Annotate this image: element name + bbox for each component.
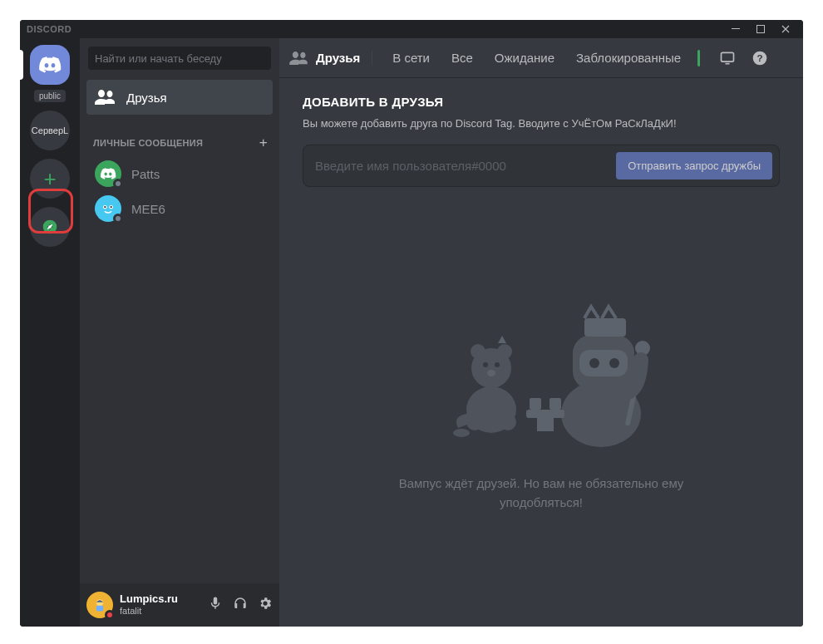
- empty-state: Вампус ждёт друзей. Но вам не обязательн…: [303, 187, 780, 610]
- svg-point-29: [495, 362, 500, 367]
- help-button[interactable]: ?: [747, 50, 773, 66]
- main-content: Друзья В сети Все Ожидание Заблокированн…: [279, 38, 803, 627]
- svg-rect-33: [530, 398, 541, 410]
- new-group-dm-button[interactable]: [713, 50, 742, 66]
- search-placeholder-text: Найти или начать беседу: [95, 52, 222, 65]
- dm-header-text: ЛИЧНЫЕ СООБЩЕНИЯ: [93, 138, 203, 148]
- svg-point-27: [500, 414, 516, 430]
- friends-header: Друзья: [289, 51, 372, 66]
- svg-rect-34: [549, 398, 561, 410]
- dm-item-name: MEE6: [131, 202, 165, 216]
- send-friend-request-button[interactable]: Отправить запрос дружбы: [616, 152, 772, 179]
- friends-nav-item[interactable]: Друзья: [86, 80, 273, 115]
- deafen-button[interactable]: [233, 596, 248, 614]
- add-server-button[interactable]: +: [30, 159, 70, 199]
- svg-rect-32: [537, 416, 554, 431]
- svg-point-7: [111, 206, 112, 208]
- svg-rect-10: [722, 52, 734, 61]
- svg-rect-19: [584, 318, 626, 337]
- find-conversation-button[interactable]: Найти или начать беседу: [88, 47, 271, 70]
- home-button[interactable]: [30, 45, 70, 85]
- dm-item[interactable]: Patts: [86, 157, 273, 190]
- mute-mic-button[interactable]: [208, 596, 223, 614]
- minimize-button[interactable]: [725, 22, 747, 37]
- friends-icon: [95, 89, 115, 106]
- dm-section-header: ЛИЧНЫЕ СООБЩЕНИЯ +: [80, 123, 279, 156]
- svg-text:?: ?: [757, 52, 763, 63]
- headphones-icon: [233, 596, 248, 611]
- server-folder-label[interactable]: public: [34, 90, 66, 102]
- microphone-icon: [208, 596, 223, 611]
- add-friend-subtitle: Вы можете добавить друга по Discord Tag.…: [303, 117, 780, 130]
- add-friend-title: ДОБАВИТЬ В ДРУЗЬЯ: [303, 95, 780, 109]
- discord-avatar-icon: [100, 168, 116, 179]
- dm-item[interactable]: MEE6: [86, 192, 273, 225]
- friends-icon: [289, 51, 308, 66]
- gear-icon: [258, 596, 273, 611]
- user-settings-button[interactable]: [258, 596, 273, 614]
- discord-logo-icon: [38, 57, 62, 73]
- server-item[interactable]: СерверL: [30, 111, 70, 150]
- tab-all[interactable]: Все: [443, 47, 481, 68]
- svg-point-35: [453, 429, 470, 437]
- dm-sidebar: Найти или начать беседу Друзья ЛИЧНЫЕ СО…: [80, 38, 279, 627]
- top-bar: Друзья В сети Все Ожидание Заблокированн…: [279, 38, 803, 78]
- friends-header-label: Друзья: [316, 51, 360, 65]
- server-item-label: СерверL: [32, 125, 68, 135]
- svg-rect-11: [726, 62, 730, 64]
- user-panel: Lumpics.ru fatalit: [80, 583, 279, 627]
- avatar: [95, 195, 121, 222]
- explore-button[interactable]: [30, 207, 70, 247]
- avatar: [95, 160, 121, 187]
- status-dnd-icon: [105, 610, 115, 620]
- tab-online[interactable]: В сети: [384, 47, 438, 68]
- current-user-status: fatalit: [120, 606, 201, 617]
- current-user-avatar[interactable]: [86, 592, 113, 618]
- compass-icon: [42, 219, 58, 235]
- server-rail: public СерверL +: [20, 38, 80, 627]
- tab-blocked[interactable]: Заблокированные: [568, 47, 689, 68]
- status-offline-icon: [113, 214, 123, 224]
- add-friend-input[interactable]: [315, 159, 616, 173]
- svg-point-30: [487, 370, 495, 376]
- tab-pending[interactable]: Ожидание: [486, 47, 563, 68]
- svg-rect-0: [732, 28, 740, 29]
- status-offline-icon: [113, 179, 123, 189]
- svg-rect-16: [579, 350, 628, 376]
- svg-point-28: [483, 362, 488, 367]
- titlebar: DISCORD: [20, 20, 803, 38]
- empty-state-text: Вампус ждёт друзей. Но вам не обязательн…: [367, 474, 716, 512]
- dm-item-name: Patts: [131, 167, 160, 181]
- monitor-icon: [718, 50, 737, 66]
- current-user-name: Lumpics.ru: [120, 593, 201, 606]
- maximize-button[interactable]: [750, 22, 771, 37]
- add-friend-indicator: [697, 50, 700, 66]
- svg-point-24: [497, 344, 512, 359]
- friends-nav-label: Друзья: [126, 91, 167, 105]
- wumpus-illustration: [392, 285, 691, 451]
- create-dm-button[interactable]: +: [259, 135, 268, 151]
- help-icon: ?: [752, 50, 768, 66]
- plus-icon: +: [43, 166, 56, 192]
- svg-rect-1: [757, 26, 765, 33]
- svg-point-17: [589, 358, 599, 368]
- svg-point-18: [609, 358, 619, 368]
- close-button[interactable]: [775, 22, 796, 37]
- add-friend-row: Отправить запрос дружбы: [303, 145, 780, 187]
- window-title: DISCORD: [27, 24, 725, 34]
- svg-point-6: [104, 206, 106, 208]
- svg-point-23: [471, 344, 485, 359]
- svg-rect-9: [96, 606, 103, 612]
